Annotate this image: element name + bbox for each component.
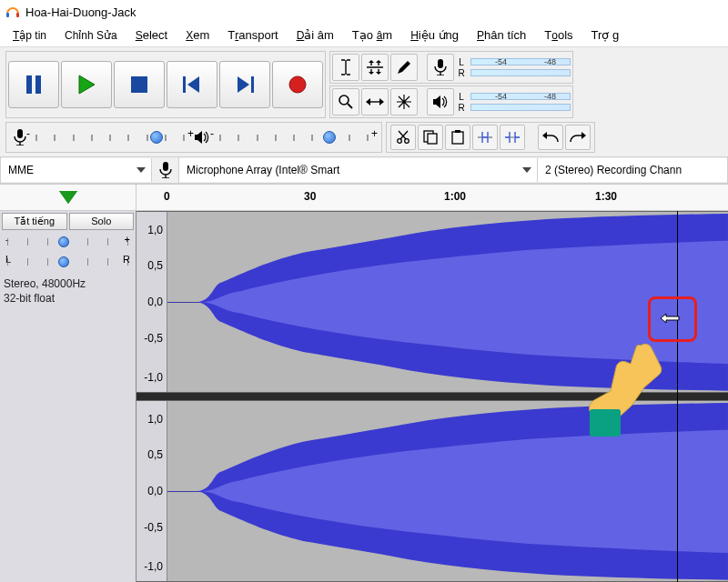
menu-file[interactable]: Tập tin <box>4 25 56 45</box>
silence-icon <box>504 130 521 145</box>
input-device-icon-holder <box>152 157 179 183</box>
gain-slider[interactable]: - + <box>7 234 128 250</box>
playback-volume-slider[interactable]: - + <box>214 129 374 146</box>
menu-view[interactable]: Xem <box>177 25 218 45</box>
microphone-icon <box>159 162 172 178</box>
menu-tracks[interactable]: Dải âm <box>288 25 343 45</box>
speaker-icon <box>194 130 210 145</box>
record-meter-mic[interactable] <box>427 54 454 81</box>
annotation-highlight-box <box>648 296 697 342</box>
menu-select[interactable]: Select <box>126 25 177 45</box>
skip-start-icon <box>183 76 201 93</box>
input-device-value: Microphone Array (Intel® Smart <box>187 164 339 176</box>
transport-panel <box>5 51 326 118</box>
stop-button[interactable] <box>114 61 165 108</box>
record-meter-R: R <box>456 68 571 78</box>
menu-generate[interactable]: Tạo âm <box>343 25 401 45</box>
svg-marker-26 <box>542 132 547 139</box>
timeshift-tool[interactable] <box>361 88 389 115</box>
play-button[interactable] <box>61 61 112 108</box>
device-toolbar: MME Microphone Array (Intel® Smart 2 (St… <box>0 156 728 184</box>
svg-rect-5 <box>131 76 147 93</box>
timeline-pin[interactable] <box>0 185 136 210</box>
toolbar-row-1: L-54-48 R L-54-48 R <box>0 47 728 122</box>
selection-tool[interactable] <box>332 54 359 81</box>
tools-panel-2: L-54-48 R <box>329 85 573 118</box>
tools-panel: L-54-48 R <box>329 51 573 84</box>
svg-rect-15 <box>438 59 443 68</box>
magnify-icon <box>338 94 354 110</box>
svg-rect-24 <box>452 132 463 144</box>
svg-rect-3 <box>35 75 41 94</box>
svg-rect-31 <box>590 409 621 436</box>
multi-tool[interactable] <box>390 88 418 115</box>
zoom-tool[interactable] <box>332 88 359 115</box>
pause-button[interactable] <box>8 61 59 108</box>
svg-rect-19 <box>17 129 23 138</box>
play-meter-R: R <box>456 103 571 113</box>
cut-button[interactable] <box>390 125 416 150</box>
menu-effect[interactable]: Hiệu ứng <box>401 25 468 45</box>
audio-host-dropdown[interactable]: MME <box>1 158 152 182</box>
amplitude-scale: 1,0 0,5 0,0 -0,5 -1,0 <box>136 212 167 392</box>
svg-rect-29 <box>163 162 168 171</box>
skip-end-icon <box>236 76 254 93</box>
stop-icon <box>131 76 147 93</box>
play-meter-spk[interactable] <box>427 88 454 115</box>
redo-icon <box>569 131 587 144</box>
draw-tool[interactable] <box>390 54 418 81</box>
app-logo-icon <box>5 5 20 19</box>
input-device-dropdown[interactable]: Microphone Array (Intel® Smart <box>179 158 538 182</box>
window-titlebar: Hoa-Hai-Duong-Jack <box>0 0 728 24</box>
window-title: Hoa-Hai-Duong-Jack <box>25 5 136 19</box>
audio-host-value: MME <box>8 164 34 176</box>
skip-start-button[interactable] <box>167 61 217 108</box>
svg-marker-14 <box>376 72 381 75</box>
recording-volume-slider[interactable]: - + <box>30 129 190 146</box>
svg-point-21 <box>405 139 410 144</box>
amplitude-scale: 1,0 0,5 0,0 -0,5 -1,0 <box>136 401 167 581</box>
chevron-down-icon <box>522 167 531 173</box>
svg-rect-1 <box>16 13 19 17</box>
svg-marker-7 <box>187 76 199 93</box>
menubar: Tập tin Chỉnh Sửa Select Xem Transport D… <box>0 24 728 47</box>
waveform-area[interactable]: 1,0 0,5 0,0 -0,5 -1,0 1,0 0,5 0,0 -0,5 -… <box>136 211 728 582</box>
envelope-tool[interactable] <box>361 54 389 81</box>
trim-icon <box>477 130 493 145</box>
svg-rect-2 <box>26 75 32 94</box>
svg-point-16 <box>339 95 349 105</box>
menu-analyze[interactable]: Phân tích <box>468 25 535 45</box>
playhead-cursor[interactable] <box>677 211 678 582</box>
timeshift-icon <box>366 95 384 108</box>
svg-rect-9 <box>251 76 254 93</box>
pointing-hand-icon <box>588 340 670 440</box>
menu-help[interactable]: Trợ g <box>582 25 629 45</box>
paste-icon <box>450 130 465 145</box>
chevron-down-icon <box>136 167 146 173</box>
menu-tools[interactable]: Tools <box>535 25 581 45</box>
svg-point-10 <box>289 76 306 93</box>
paste-button[interactable] <box>445 125 470 150</box>
track-format-info: Stereo, 48000Hz 32-bit float <box>2 274 134 309</box>
record-button[interactable] <box>272 61 323 108</box>
edit-toolbar <box>386 122 595 153</box>
menu-transport[interactable]: Transport <box>218 25 287 45</box>
channels-dropdown[interactable]: 2 (Stereo) Recording Chann <box>538 158 727 182</box>
multitool-icon <box>396 94 412 110</box>
menu-edit[interactable]: Chỉnh Sửa <box>56 25 126 45</box>
trim-button[interactable] <box>472 125 498 150</box>
speaker-icon <box>432 95 449 109</box>
tracks-area: Tắt tiếng Solo - + L R Stereo, 48000Hz 3… <box>0 211 728 582</box>
svg-rect-6 <box>183 76 186 93</box>
time-ruler[interactable]: 0 30 1:00 1:30 <box>136 185 728 210</box>
undo-button[interactable] <box>538 125 563 150</box>
svg-point-20 <box>398 139 402 144</box>
copy-button[interactable] <box>418 125 443 150</box>
silence-button[interactable] <box>500 125 525 150</box>
mute-button[interactable]: Tắt tiếng <box>2 213 67 230</box>
solo-button[interactable]: Solo <box>69 213 135 230</box>
pan-slider[interactable]: L R <box>7 254 128 270</box>
redo-button[interactable] <box>565 125 591 150</box>
svg-marker-11 <box>369 60 374 63</box>
skip-end-button[interactable] <box>219 61 270 108</box>
